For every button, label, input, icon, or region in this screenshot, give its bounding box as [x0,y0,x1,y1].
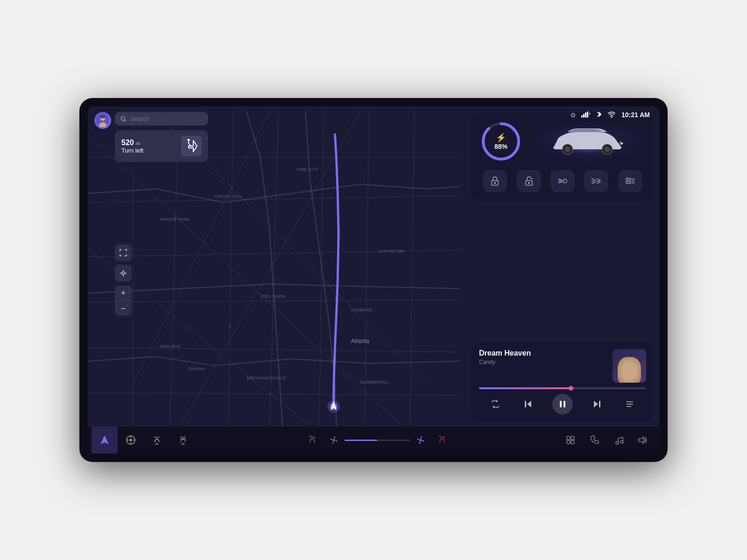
nav-instruction-text: 520 m Turn left [121,139,176,154]
nav-distance-value: 520 [121,139,134,147]
svg-rect-67 [626,182,631,183]
nav-heat-front-button[interactable] [144,427,170,454]
svg-text:GROVE PARK: GROVE PARK [160,217,190,222]
music-panel: Dream Heaven Candy [472,342,654,422]
battery-ring: ⚡ 88% [480,120,522,162]
highbeam-button[interactable] [584,170,608,192]
svg-point-93 [333,439,335,441]
zoom-in-button[interactable]: + [115,286,132,301]
svg-rect-96 [571,436,574,440]
music-title: Dream Heaven [479,349,607,357]
svg-text:VINE CITY: VINE CITY [296,167,319,172]
nav-distance: 520 m [121,139,176,147]
face-shape [618,357,641,383]
climate-slider[interactable] [345,440,410,441]
music-info: Dream Heaven Candy [479,349,607,383]
status-time: 10:21 AM [621,111,650,119]
grid-button[interactable] [558,427,583,454]
user-avatar[interactable] [94,112,111,129]
next-button[interactable] [589,396,606,413]
music-panel-top: Dream Heaven Candy [479,349,646,383]
car-panel: ⚡ 88% [472,112,654,201]
music-button[interactable] [607,427,631,454]
svg-rect-75 [560,401,562,407]
music-thumbnail [613,349,646,383]
svg-text:West End: West End [160,343,180,349]
lock-button[interactable] [483,170,507,192]
bottom-nav [88,427,200,454]
bluetooth-icon [596,111,602,119]
location-button[interactable] [115,265,132,282]
music-controls [479,394,646,414]
svg-point-94 [420,439,422,441]
car-image-area [529,120,645,162]
svg-text:4G: 4G [589,112,591,115]
signal-icon: 4G [581,111,591,119]
svg-text:CABBAGE...: CABBAGE... [351,307,376,312]
turn-arrow [181,136,202,156]
status-bar: ⊙ 4G [88,106,659,123]
svg-marker-73 [527,401,531,407]
svg-rect-36 [587,112,588,118]
prev-button[interactable] [520,396,536,413]
music-thumb-face [613,349,646,383]
svg-point-59 [604,147,610,152]
screen: Atlanta GROVE PARK GROVE HILL VINE CITY … [88,106,659,454]
svg-rect-76 [564,401,565,407]
music-progress-fill [479,387,571,389]
bottom-climate [200,430,555,450]
car-controls [480,170,645,192]
nav-instruction: 520 m Turn left [115,130,208,162]
climate-slider-fill [345,440,377,441]
svg-text:GROVE HILL: GROVE HILL [215,194,242,199]
play-pause-button[interactable] [552,394,573,414]
svg-text:SUMMERHILL: SUMMERHILL [360,379,390,385]
wifi-icon [607,111,616,119]
music-subtitle: Candy [479,359,607,365]
fan-right-button[interactable] [410,430,431,450]
bottom-bar [88,427,659,454]
svg-point-48 [122,272,125,275]
svg-text:Cemetery: Cemetery [188,366,205,371]
nav-navigate-button[interactable] [92,427,118,454]
svg-point-61 [494,182,496,184]
car-panel-top: ⚡ 88% [480,120,645,162]
headlights-button[interactable] [550,170,575,192]
bottom-right-controls [555,427,659,454]
volume-button[interactable] [631,427,655,454]
svg-text:›: › [228,323,231,330]
nav-heat-rear-button[interactable] [170,427,196,454]
battery-bolt-icon: ⚡ [496,133,506,143]
nav-unit: m [136,140,140,146]
unlock-button[interactable] [517,170,541,192]
svg-rect-78 [599,401,600,407]
svg-marker-77 [594,401,598,407]
city-label: Atlanta [351,338,369,344]
svg-rect-33 [581,115,583,118]
svg-text:JOEL CHEN: JOEL CHEN [260,294,285,299]
svg-rect-34 [583,114,585,118]
heat-left-button[interactable] [302,430,323,450]
svg-text:MECHANICSVILLE: MECHANICSVILLE [247,375,286,380]
queue-button[interactable] [621,396,638,413]
car-silhouette [548,125,627,158]
device-frame: Atlanta GROVE PARK GROVE HILL VINE CITY … [79,98,668,462]
heat-right-button[interactable] [431,430,453,450]
svg-rect-97 [567,441,570,444]
fan-button[interactable] [323,430,345,450]
svg-rect-98 [571,441,574,444]
music-progress-dot [569,386,573,391]
lights-menu-button[interactable] [618,170,642,192]
repeat-button[interactable] [487,396,504,413]
zoom-out-button[interactable]: − [115,301,132,316]
nav-drive-button[interactable] [118,427,144,454]
svg-rect-35 [585,112,586,118]
svg-point-57 [564,147,570,152]
fullscreen-button[interactable] [115,245,132,261]
svg-point-39 [611,116,613,118]
svg-marker-101 [639,437,643,443]
svg-rect-74 [525,401,526,407]
svg-marker-47 [187,139,190,140]
phone-button[interactable] [583,427,607,454]
music-progress-bar[interactable] [479,387,646,389]
